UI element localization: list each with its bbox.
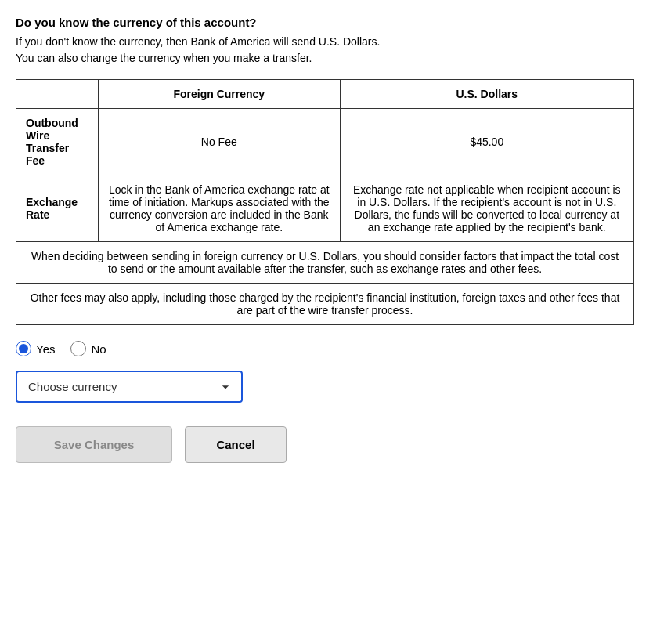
question-description: If you don't know the currency, then Ban… — [16, 34, 637, 67]
currency-select[interactable]: Choose currency — [16, 371, 243, 403]
table-footer-2: Other fees may also apply, including tho… — [16, 284, 634, 325]
question-title: Do you know the currency of this account… — [16, 16, 637, 29]
table-header-empty — [16, 80, 99, 109]
radio-yes-text: Yes — [36, 342, 55, 356]
radio-no-text: No — [91, 342, 106, 356]
table-footer-1: When deciding between sending in foreign… — [16, 242, 634, 284]
save-changes-button[interactable]: Save Changes — [16, 426, 172, 463]
table-cell-outbound-foreign: No Fee — [99, 109, 341, 175]
radio-no-label[interactable]: No — [70, 341, 106, 356]
table-cell-exchange-foreign: Lock in the Bank of America exchange rat… — [99, 175, 341, 242]
table-cell-outbound-usd: $45.00 — [340, 109, 633, 175]
radio-yes-label[interactable]: Yes — [16, 341, 55, 356]
currency-knowledge-radio-group: Yes No — [16, 341, 637, 356]
fee-comparison-table: Foreign Currency U.S. Dollars Outbound W… — [16, 79, 634, 325]
currency-select-wrapper: Choose currency — [16, 371, 637, 403]
table-row-exchange-label: Exchange Rate — [16, 175, 99, 242]
table-header-foreign-currency: Foreign Currency — [99, 80, 341, 109]
action-buttons: Save Changes Cancel — [16, 426, 637, 463]
table-header-usd: U.S. Dollars — [340, 80, 633, 109]
table-cell-exchange-usd: Exchange rate not applicable when recipi… — [340, 175, 633, 242]
cancel-button[interactable]: Cancel — [185, 426, 287, 463]
table-row-outbound-label: Outbound Wire Transfer Fee — [16, 109, 99, 175]
radio-no[interactable] — [70, 341, 86, 356]
radio-yes[interactable] — [16, 341, 31, 356]
